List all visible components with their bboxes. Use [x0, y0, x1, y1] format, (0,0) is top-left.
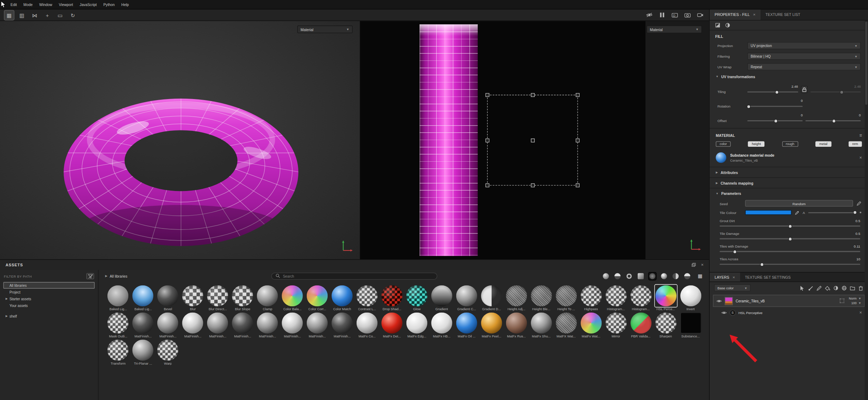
asset-item[interactable]: MatFinish...	[206, 312, 229, 338]
uv-transformations-header[interactable]: ▼ UV transformations	[710, 72, 868, 81]
material-mode-icon[interactable]	[725, 23, 730, 28]
asset-item[interactable]: MatFinish...	[131, 312, 155, 338]
render-mode-icon[interactable]: D	[670, 10, 679, 20]
slider-knob[interactable]	[788, 224, 792, 228]
asset-item[interactable]: Mask Outli...	[106, 312, 130, 338]
asset-item[interactable]: MatFinish...	[156, 312, 180, 338]
layer-row-fill[interactable]: Ceramic_Tiles_vB Norm▼ 100▼	[713, 295, 864, 307]
move-tool-icon[interactable]	[800, 285, 805, 291]
brush-tool-icon[interactable]	[808, 285, 814, 291]
slider-track[interactable]	[720, 264, 860, 265]
add-folder-icon[interactable]	[850, 285, 855, 291]
filter-filters-icon[interactable]	[649, 272, 656, 279]
pencil-tool-icon[interactable]	[816, 285, 822, 291]
slider-knob[interactable]	[733, 250, 737, 254]
filter-smart-materials-icon[interactable]	[614, 272, 621, 279]
assets-path-item[interactable]: ▶ shelf	[3, 313, 94, 319]
uv-tiled-texture[interactable]	[420, 24, 477, 256]
symmetry-tool-button[interactable]: ⋈	[30, 10, 40, 20]
viewport2d-material-dropdown[interactable]: Material ▼	[646, 25, 702, 33]
eyedropper-icon[interactable]	[795, 210, 799, 215]
asset-item[interactable]: Blur	[181, 285, 205, 311]
property-dropdown[interactable]: UV projection ▼	[747, 42, 861, 49]
scrollbar-thumb[interactable]	[865, 22, 867, 105]
asset-item[interactable]: Gradient C...	[455, 285, 479, 311]
asset-search-box[interactable]	[271, 272, 438, 279]
asset-item[interactable]: Warp	[156, 339, 180, 365]
tab-layers[interactable]: LAYERS ×	[710, 273, 740, 282]
asset-item[interactable]: Blur Direct...	[206, 285, 229, 311]
asset-item[interactable]: MatFinish...	[231, 312, 254, 338]
mask-placeholder-icon[interactable]	[840, 298, 845, 303]
asset-item[interactable]: MatFinish...	[256, 312, 279, 338]
opacity-dropdown[interactable]: 100▼	[851, 301, 861, 305]
slider-knob[interactable]	[788, 237, 792, 241]
video-camera-icon[interactable]	[695, 10, 705, 20]
asset-item[interactable]: Height Adj...	[504, 285, 528, 311]
assets-path-item[interactable]: ▶ Project	[3, 289, 94, 295]
asset-item[interactable]: Glow	[405, 285, 429, 311]
close-panel-icon[interactable]: ×	[701, 262, 703, 267]
slider-knob[interactable]	[775, 90, 779, 94]
property-dropdown[interactable]: Bilinear | HQ ▼	[747, 53, 861, 60]
layer-visibility-eye-icon[interactable]	[716, 299, 722, 303]
asset-item[interactable]: MatFx HB...	[430, 312, 453, 338]
marquee-pivot-handle[interactable]	[531, 139, 535, 143]
asset-item[interactable]: Clamp	[256, 285, 279, 311]
asset-item[interactable]: Baked Lig...	[106, 285, 130, 311]
menu-item[interactable]: JavaScript	[76, 0, 100, 9]
channel-selector-dropdown[interactable]: Base color ▼	[714, 284, 751, 291]
menu-item[interactable]: Python	[100, 0, 118, 9]
asset-item[interactable]: Bevel	[156, 285, 180, 311]
material-mode-row[interactable]: Substance material mode Ceramic_Tiles_vB…	[710, 151, 868, 167]
asset-item[interactable]: MatFinish...	[181, 312, 205, 338]
camera-icon[interactable]	[682, 10, 692, 20]
asset-item[interactable]: MatFX Wat...	[554, 312, 578, 338]
tiling-lock-icon[interactable]	[801, 86, 808, 93]
alpha-slider[interactable]	[808, 212, 856, 213]
tiles-tool-button[interactable]: ▥	[17, 10, 27, 20]
tiling-slider[interactable]	[747, 91, 798, 92]
asset-item[interactable]: Color Bala...	[281, 285, 304, 311]
blend-mode-dropdown[interactable]: Norm▼	[849, 297, 861, 300]
slider-track[interactable]	[720, 238, 860, 239]
offset-v-slider[interactable]	[805, 120, 861, 121]
right-panel-scrollbar[interactable]	[865, 21, 868, 400]
asset-item[interactable]: MatFinish...	[330, 312, 354, 338]
material-options-icon[interactable]: ≡	[859, 133, 862, 138]
smudge-tool-icon[interactable]	[833, 285, 839, 291]
effect-visibility-eye-icon[interactable]	[721, 311, 727, 314]
random-seed-button[interactable]: Random	[745, 200, 853, 207]
asset-item[interactable]: PBR Valida...	[629, 312, 652, 338]
tab-texture-set-list[interactable]: TEXTURE SET LIST	[761, 10, 805, 20]
asset-item[interactable]: Histogram...	[604, 285, 628, 311]
asset-item[interactable]: Histogram...	[629, 285, 652, 311]
filter-brushes-icon[interactable]	[661, 272, 668, 279]
tile-colour-swatch[interactable]	[745, 210, 792, 215]
asset-item[interactable]: MatFx Wat...	[579, 312, 603, 338]
marquee-handle-l[interactable]	[486, 139, 489, 143]
lazy-mouse-tool-button[interactable]: ↻	[68, 10, 78, 20]
channel-badge[interactable]: rough	[782, 141, 798, 147]
asset-item[interactable]: MatFx Peel...	[480, 312, 503, 338]
slider-knob[interactable]	[832, 119, 835, 123]
marquee-handle-br[interactable]	[576, 184, 580, 187]
slider-knob[interactable]	[774, 119, 778, 123]
asset-item[interactable]: Height Ble...	[529, 285, 553, 311]
filter-environments-icon[interactable]	[684, 272, 691, 279]
asset-item[interactable]: MatFx Co...	[355, 312, 379, 338]
close-tab-icon[interactable]: ×	[733, 274, 735, 279]
viewport-2d-uv[interactable]: Material ▼	[360, 21, 709, 260]
uv-grid-tool-button[interactable]: ▦	[5, 10, 14, 20]
asset-item[interactable]: Tri-Planar ...	[131, 339, 155, 365]
tab-properties-fill[interactable]: PROPERTIES - FILL ×	[710, 10, 761, 20]
slider-knob[interactable]	[760, 262, 764, 266]
layer-thumbnail[interactable]	[725, 297, 733, 305]
asset-item[interactable]: Drop Shad...	[380, 285, 404, 311]
filter-alphas-icon[interactable]	[672, 272, 679, 279]
asset-item[interactable]: Contrast L...	[355, 285, 379, 311]
asset-item[interactable]: Gradient D...	[480, 285, 503, 311]
remove-material-icon[interactable]: ×	[859, 155, 862, 160]
channel-badge[interactable]: nrm	[849, 141, 862, 147]
asset-item[interactable]: MatFx Oil ...	[455, 312, 479, 338]
